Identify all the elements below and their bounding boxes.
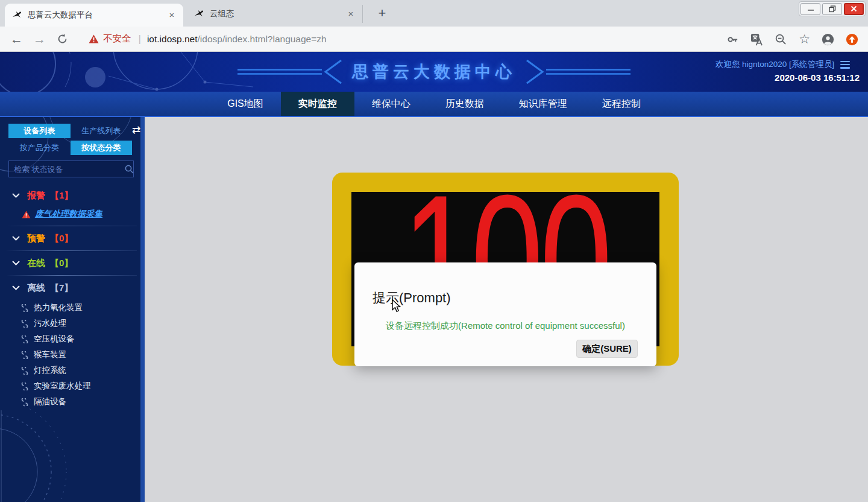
- offline-device-item[interactable]: 空压机设备: [0, 331, 140, 347]
- device-label[interactable]: 热力氧化装置: [34, 302, 83, 313]
- window-controls: [799, 1, 866, 16]
- group-label: 报警: [27, 190, 45, 202]
- toolbar-actions: ☆: [726, 27, 858, 52]
- forward-icon[interactable]: →: [33, 32, 46, 46]
- tab-close-icon[interactable]: ×: [345, 8, 356, 19]
- nav-history-data[interactable]: 历史数据: [428, 92, 502, 116]
- tab-cloud-config[interactable]: 云组态 ×: [188, 5, 363, 23]
- device-label[interactable]: 实验室废水处理: [34, 381, 91, 392]
- chevron-down-icon: [12, 193, 20, 198]
- swap-icon[interactable]: ⇄: [132, 124, 140, 137]
- current-datetime: 2020-06-03 16:51:12: [775, 72, 860, 83]
- back-icon[interactable]: ←: [10, 32, 23, 46]
- sidebar-list-tabs: 设备列表 生产线列表: [8, 124, 132, 138]
- group-online[interactable]: 在线 【0】: [0, 251, 140, 275]
- broken-link-icon: [20, 320, 29, 328]
- sure-button[interactable]: 确定(SURE): [576, 340, 638, 358]
- bookmark-star-icon[interactable]: ☆: [799, 33, 810, 45]
- broken-link-icon: [20, 398, 29, 406]
- nav-gis-map[interactable]: GIS地图: [210, 92, 281, 116]
- mouse-cursor: [392, 299, 403, 313]
- alarm-device-item[interactable]: 废气处理数据采集: [0, 205, 140, 223]
- broken-link-icon: [20, 367, 29, 375]
- device-label[interactable]: 隔油设备: [34, 396, 66, 407]
- url-host[interactable]: iot.idosp.net: [147, 34, 198, 45]
- password-key-icon[interactable]: [726, 33, 739, 46]
- device-label[interactable]: 灯控系统: [34, 365, 66, 376]
- dialog-message: 设备远程控制成功(Remote control of equipment suc…: [354, 320, 656, 332]
- group-label: 在线: [27, 258, 45, 269]
- sidebar-classify-tabs: 按产品分类 按状态分类: [8, 141, 132, 155]
- warning-triangle-icon: [89, 34, 99, 43]
- menu-list-icon[interactable]: [840, 61, 850, 69]
- url-path[interactable]: /idosp/index.html?language=zh: [198, 34, 327, 45]
- device-label[interactable]: 空压机设备: [34, 334, 75, 345]
- alarm-device-link[interactable]: 废气处理数据采集: [35, 209, 102, 220]
- offline-device-item[interactable]: 隔油设备: [0, 394, 140, 410]
- group-alarm[interactable]: 报警 【1】: [0, 183, 140, 208]
- sidebar-scrollbar[interactable]: [140, 117, 145, 502]
- device-label[interactable]: 污水处理: [34, 318, 66, 329]
- device-search: [8, 160, 134, 177]
- nav-maintenance-center[interactable]: 维保中心: [354, 92, 428, 116]
- new-tab-button[interactable]: +: [374, 5, 391, 22]
- close-button[interactable]: [844, 3, 864, 15]
- broken-link-icon: [20, 351, 29, 359]
- zoom-out-icon[interactable]: [775, 33, 787, 46]
- device-status-tree: 报警 【1】 废气处理数据采集 预警 【0】 在线 【: [0, 183, 140, 410]
- nav-realtime-monitor[interactable]: 实时监控: [281, 92, 354, 116]
- nav-remote-control[interactable]: 远程控制: [585, 92, 658, 116]
- minimize-button[interactable]: [800, 3, 820, 15]
- right-bracket-decoration: [524, 58, 631, 86]
- offline-device-item[interactable]: 实验室废水处理: [0, 378, 140, 394]
- welcome-text: 欢迎您 hignton2020 [系统管理员]: [715, 59, 834, 70]
- page-title: 思普云大数据中心: [352, 61, 516, 83]
- group-count: 【0】: [50, 233, 73, 244]
- group-offline[interactable]: 离线 【7】: [0, 276, 140, 300]
- broken-link-icon: [20, 335, 29, 343]
- group-warning[interactable]: 预警 【0】: [0, 226, 140, 250]
- app-header-banner: 思普云大数据中心 欢迎您 hignton2020 [系统管理员] 2020-06…: [0, 52, 868, 92]
- welcome-bar: 欢迎您 hignton2020 [系统管理员]: [715, 59, 850, 70]
- nav-knowledge-base[interactable]: 知识库管理: [502, 92, 585, 116]
- translate-icon[interactable]: [750, 33, 763, 46]
- chevron-down-icon: [12, 285, 20, 290]
- alarm-triangle-icon: [22, 211, 31, 218]
- not-secure-label: 不安全: [103, 33, 131, 45]
- tab-production-line-list[interactable]: 生产线列表: [71, 124, 133, 138]
- offline-device-item[interactable]: 热力氧化装置: [0, 300, 140, 316]
- reload-icon[interactable]: [57, 33, 68, 45]
- search-input[interactable]: [9, 165, 125, 174]
- radial-ticks-decoration: [0, 405, 140, 502]
- offline-device-item[interactable]: 灯控系统: [0, 363, 140, 378]
- banner-title-row: 思普云大数据中心: [0, 52, 868, 92]
- app-page: 思普云大数据中心 欢迎您 hignton2020 [系统管理员] 2020-06…: [0, 52, 868, 502]
- tab-title: 云组态: [210, 8, 345, 19]
- search-icon[interactable]: [125, 165, 134, 174]
- prompt-dialog: 提示(Prompt) 设备远程控制成功(Remote control of eq…: [354, 262, 656, 366]
- minimize-icon: [807, 6, 814, 12]
- browser-tab-strip: 思普云大数据平台 × 云组态 × +: [0, 0, 868, 27]
- profile-avatar-icon[interactable]: [822, 33, 834, 46]
- tab-title: 思普云大数据平台: [28, 10, 166, 21]
- tab-device-list[interactable]: 设备列表: [8, 124, 71, 138]
- dialog-title: 提示(Prompt): [373, 289, 451, 307]
- broken-link-icon: [20, 304, 29, 312]
- tab-close-icon[interactable]: ×: [166, 10, 177, 21]
- main-nav: GIS地图 实时监控 维保中心 历史数据 知识库管理 远程控制: [0, 92, 868, 117]
- offline-device-item[interactable]: 猴车装置: [0, 347, 140, 363]
- offline-device-item[interactable]: 污水处理: [0, 316, 140, 331]
- device-sidebar: 设备列表 生产线列表 ⇄ 按产品分类 按状态分类 报警 【1】: [0, 117, 140, 502]
- tab-by-product[interactable]: 按产品分类: [8, 141, 71, 155]
- tab-by-status[interactable]: 按状态分类: [71, 141, 133, 155]
- tab-iot-platform[interactable]: 思普云大数据平台 ×: [5, 4, 183, 27]
- restore-button[interactable]: [822, 3, 842, 15]
- url-separator: |: [139, 33, 141, 45]
- security-status[interactable]: 不安全: [89, 33, 131, 45]
- group-count: 【1】: [50, 190, 73, 202]
- group-label: 离线: [27, 282, 45, 294]
- chevron-down-icon: [12, 236, 20, 241]
- extension-up-icon[interactable]: [846, 33, 858, 46]
- site-favicon-icon: [194, 9, 204, 19]
- device-label[interactable]: 猴车装置: [34, 349, 66, 360]
